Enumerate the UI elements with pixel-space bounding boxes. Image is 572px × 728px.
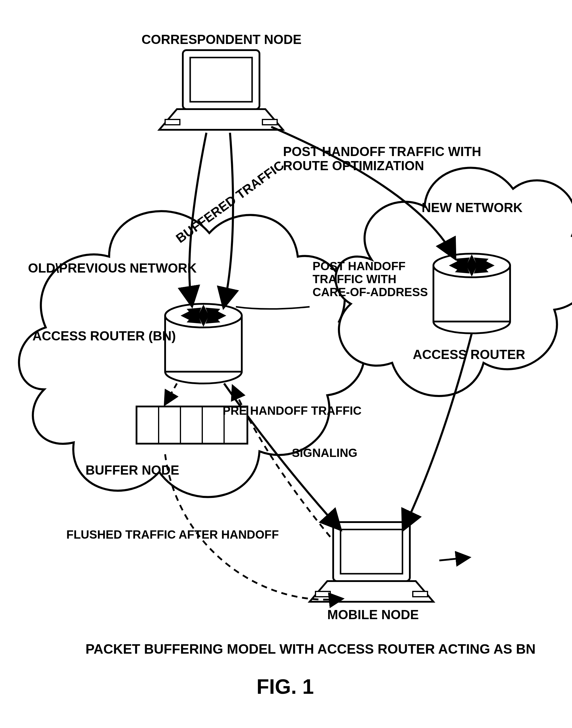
label-signaling: SIGNALING — [292, 446, 357, 459]
label-old-network: OLD\PREVIOUS NETWORK — [28, 261, 197, 275]
label-post-route-opt: POST HANDOFF TRAFFIC WITH ROUTE OPTIMIZA… — [283, 144, 481, 173]
svg-rect-0 — [183, 50, 260, 109]
label-new-network: NEW NETWORK — [422, 201, 522, 215]
svg-point-13 — [433, 254, 510, 277]
diagram-lines — [0, 0, 572, 728]
svg-rect-5 — [341, 529, 403, 574]
label-mobile-node: MOBILE NODE — [327, 608, 419, 622]
svg-rect-7 — [413, 591, 428, 597]
label-pre-handoff: PRE HANDOFF TRAFFIC — [223, 404, 361, 417]
figure-title: FIG. 1 — [257, 675, 314, 698]
router-old — [165, 304, 242, 384]
label-correspondent-node: CORRESPONDENT NODE — [142, 32, 302, 47]
svg-rect-3 — [263, 120, 277, 125]
svg-rect-12 — [433, 265, 510, 322]
figure-caption: PACKET BUFFERING MODEL WITH ACCESS ROUTE… — [85, 642, 536, 657]
svg-rect-9 — [165, 316, 242, 372]
svg-rect-2 — [165, 120, 180, 125]
router-new — [433, 254, 510, 333]
flow-post-coa — [224, 133, 233, 305]
correspondent-laptop — [159, 50, 283, 130]
label-buffered-traffic: BUFFERED TRAFFIC — [173, 158, 287, 246]
flow-new-to-mobile — [404, 333, 472, 528]
flow-flushed — [165, 454, 342, 600]
svg-point-11 — [433, 310, 510, 333]
svg-point-8 — [165, 360, 242, 384]
label-flushed: FLUSHED TRAFFIC AFTER HANDOFF — [66, 528, 279, 541]
mobile-laptop — [309, 522, 433, 602]
label-access-router-bn: ACCESS ROUTER (BN) — [32, 329, 176, 343]
label-post-coa: POST HANDOFF TRAFFIC WITH CARE-OF-ADDRES… — [312, 260, 428, 299]
svg-rect-1 — [190, 58, 252, 102]
svg-rect-6 — [315, 591, 330, 597]
label-access-router-new: ACCESS ROUTER — [413, 347, 525, 361]
label-buffer-node: BUFFER NODE — [85, 463, 179, 477]
diagram-canvas: CORRESPONDENT NODE POST HANDOFF TRAFFIC … — [0, 0, 572, 728]
svg-point-10 — [165, 304, 242, 327]
flow-router-to-buffer — [165, 384, 177, 404]
svg-rect-4 — [333, 522, 410, 581]
